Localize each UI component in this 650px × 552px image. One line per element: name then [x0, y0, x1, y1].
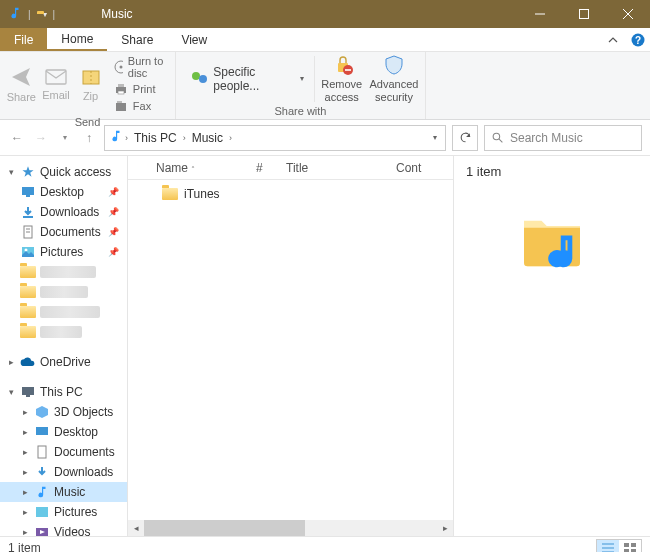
scroll-thumb[interactable] [144, 520, 305, 536]
address-bar[interactable]: › This PC › Music › ▾ [104, 125, 446, 151]
column-contributing[interactable]: Cont [388, 161, 453, 175]
share-button[interactable]: Share [6, 65, 37, 103]
maximize-button[interactable] [562, 0, 606, 28]
file-list-view: Name ˄ # Title Cont iTunes ◂ ▸ [128, 156, 454, 536]
file-list[interactable]: iTunes [128, 180, 453, 520]
tree-item-downloads[interactable]: ▸Downloads [0, 462, 127, 482]
history-dropdown[interactable]: ▾ [56, 129, 74, 147]
tree-label: Desktop [40, 185, 84, 199]
downloads-icon [34, 464, 50, 480]
tree-label: Downloads [40, 205, 99, 219]
ribbon-group-share-with: Specific people... ▾ Remove access Advan… [176, 52, 426, 119]
scroll-track[interactable] [144, 520, 437, 536]
email-button[interactable]: Email [41, 67, 72, 101]
chevron-right-icon[interactable]: › [125, 133, 128, 143]
remove-access-label: Remove access [319, 78, 365, 102]
body: ▾ Quick access Desktop 📌 Downloads 📌 Doc… [0, 156, 650, 536]
tree-item-redacted[interactable] [0, 322, 127, 342]
tree-item-quick-access[interactable]: ▾ Quick access [0, 162, 127, 182]
print-button[interactable]: Print [110, 81, 169, 97]
tree-label: 3D Objects [54, 405, 113, 419]
window-title: Music [63, 7, 518, 21]
help-button[interactable]: ? [626, 28, 650, 51]
tab-home[interactable]: Home [47, 28, 107, 51]
advanced-security-button[interactable]: Advanced security [369, 54, 419, 102]
collapse-ribbon-button[interactable] [600, 28, 626, 51]
tree-item-redacted[interactable] [0, 302, 127, 322]
chevron-down-icon[interactable]: ▾ [6, 167, 16, 177]
navigation-pane[interactable]: ▾ Quick access Desktop 📌 Downloads 📌 Doc… [0, 156, 128, 536]
tab-view[interactable]: View [167, 28, 221, 51]
tree-item-documents[interactable]: Documents 📌 [0, 222, 127, 242]
tree-item-documents[interactable]: ▸Documents [0, 442, 127, 462]
breadcrumb-music[interactable]: Music [188, 129, 227, 147]
tree-item-videos[interactable]: ▸Videos [0, 522, 127, 536]
specific-people-button[interactable]: Specific people... ▾ [182, 62, 310, 96]
chevron-right-icon[interactable]: ▸ [20, 467, 30, 477]
tree-label: Pictures [40, 245, 83, 259]
tree-item-desktop[interactable]: ▸Desktop [0, 422, 127, 442]
scroll-right-icon[interactable]: ▸ [437, 520, 453, 536]
ribbon-group-send: Share Email Zip Burn to disc Print [0, 52, 176, 119]
chevron-right-icon[interactable]: ▸ [20, 447, 30, 457]
fax-button[interactable]: Fax [110, 98, 169, 114]
horizontal-scrollbar[interactable]: ◂ ▸ [128, 520, 453, 536]
tree-label: This PC [40, 385, 83, 399]
chevron-right-icon[interactable]: › [183, 133, 186, 143]
column-number[interactable]: # [248, 161, 278, 175]
svg-rect-35 [36, 507, 48, 517]
zip-button[interactable]: Zip [75, 66, 106, 102]
tree-item-pictures[interactable]: ▸Pictures [0, 502, 127, 522]
details-view-button[interactable] [597, 540, 619, 553]
tree-item-onedrive[interactable]: ▸ OneDrive [0, 352, 127, 372]
up-button[interactable]: ↑ [80, 129, 98, 147]
tree-item-this-pc[interactable]: ▾ This PC [0, 382, 127, 402]
column-headers: Name ˄ # Title Cont [128, 156, 453, 180]
tab-share[interactable]: Share [107, 28, 167, 51]
column-title[interactable]: Title [278, 161, 388, 175]
file-tab[interactable]: File [0, 28, 47, 51]
scroll-left-icon[interactable]: ◂ [128, 520, 144, 536]
fax-label: Fax [133, 100, 151, 112]
chevron-right-icon[interactable]: ▸ [20, 507, 30, 517]
chevron-right-icon[interactable]: ▸ [20, 487, 30, 497]
thumbnails-view-button[interactable] [619, 540, 641, 553]
forward-button[interactable]: → [32, 129, 50, 147]
chevron-right-icon[interactable]: ▸ [20, 407, 30, 417]
tree-item-redacted[interactable] [0, 262, 127, 282]
svg-point-21 [493, 133, 500, 140]
search-input[interactable]: Search Music [484, 125, 642, 151]
chevron-down-icon[interactable]: ▾ [6, 387, 16, 397]
minimize-button[interactable] [518, 0, 562, 28]
file-name: iTunes [184, 187, 220, 201]
tree-item-redacted[interactable] [0, 282, 127, 302]
svg-rect-41 [624, 543, 629, 547]
tree-this-pc: ▾ This PC ▸3D Objects ▸Desktop ▸Document… [0, 382, 127, 536]
titlebar: | ▾ | Music [0, 0, 650, 28]
tree-item-desktop[interactable]: Desktop 📌 [0, 182, 127, 202]
remove-access-button[interactable]: Remove access [319, 54, 365, 102]
chevron-right-icon[interactable]: › [229, 133, 232, 143]
column-name[interactable]: Name ˄ [148, 161, 248, 175]
tree-label: Desktop [54, 425, 98, 439]
list-item[interactable]: iTunes [128, 184, 453, 204]
tree-item-downloads[interactable]: Downloads 📌 [0, 202, 127, 222]
address-dropdown-icon[interactable]: ▾ [429, 133, 441, 142]
tree-item-music[interactable]: ▸Music [0, 482, 127, 502]
back-button[interactable]: ← [8, 129, 26, 147]
svg-rect-14 [116, 103, 126, 111]
tree-item-3d-objects[interactable]: ▸3D Objects [0, 402, 127, 422]
refresh-button[interactable] [452, 125, 478, 151]
close-button[interactable] [606, 0, 650, 28]
desktop-icon [34, 424, 50, 440]
chevron-right-icon[interactable]: ▸ [6, 357, 16, 367]
tree-item-pictures[interactable]: Pictures 📌 [0, 242, 127, 262]
burn-to-disc-button[interactable]: Burn to disc [110, 54, 169, 80]
breadcrumb-this-pc[interactable]: This PC [130, 129, 181, 147]
downloads-icon [20, 204, 36, 220]
svg-rect-12 [118, 84, 124, 87]
chevron-right-icon[interactable]: ▸ [20, 527, 30, 536]
chevron-right-icon[interactable]: ▸ [20, 427, 30, 437]
burn-label: Burn to disc [128, 55, 165, 79]
svg-rect-34 [38, 446, 46, 458]
